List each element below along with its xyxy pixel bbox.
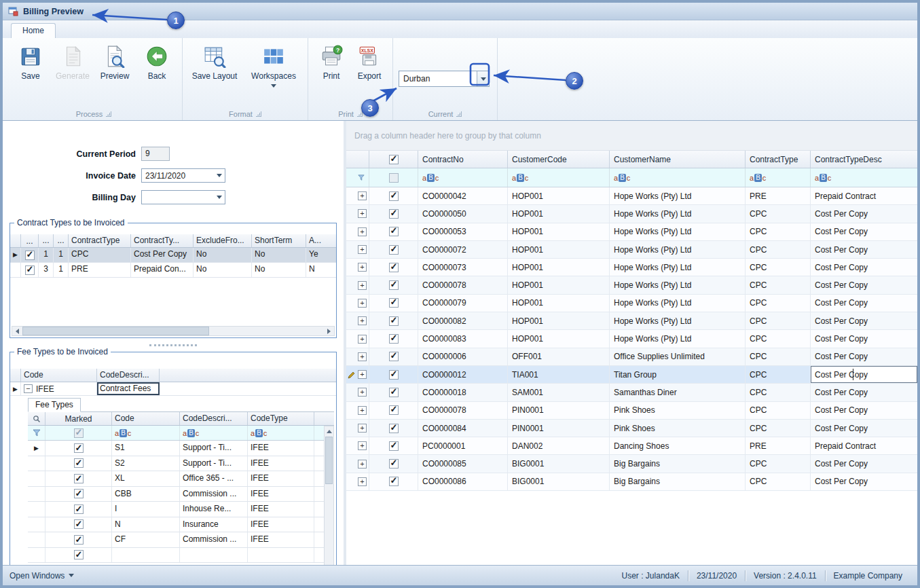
combo-dropdown-button[interactable]	[477, 71, 489, 86]
marked-checkbox[interactable]	[74, 474, 84, 483]
table-row[interactable]: CO0000050 HOP001 Hope Works (Pty) Ltd CP…	[346, 205, 917, 223]
export-button[interactable]: XLSX Export	[352, 42, 387, 81]
preview-button[interactable]: Preview	[95, 42, 134, 81]
abc-filter-icon[interactable]: aBc	[815, 174, 831, 182]
row-checkbox[interactable]	[389, 209, 399, 219]
expand-row-button[interactable]	[358, 335, 367, 344]
table-row[interactable]: CO0000078 HOP001 Hope Works (Pty) Ltd CP…	[346, 276, 917, 294]
row-checkbox[interactable]	[389, 280, 399, 290]
fee-type-row[interactable]: CBB Commission ... IFEE	[28, 487, 334, 502]
save-layout-button[interactable]: Save Layout	[188, 42, 241, 81]
col-header-contracttypedesc[interactable]: ContractTypeDesc	[811, 151, 917, 168]
table-row[interactable]: CO0000085 BIG0001 Big Bargains CPC Cost …	[346, 455, 917, 473]
row-checkbox[interactable]	[389, 477, 399, 486]
row-checkbox[interactable]	[389, 227, 399, 236]
contract-type-row[interactable]: 1 1 CPC Cost Per Copy No No Ye	[10, 248, 336, 263]
table-row[interactable]: CO0000086 BIG0001 Big Bargains CPC Cost …	[346, 473, 917, 491]
fee-type-row[interactable]: S2 Support - Ti... IFEE	[28, 456, 334, 472]
workspaces-button[interactable]: Workspaces	[245, 42, 302, 88]
row-checkbox[interactable]	[389, 334, 399, 344]
col-header[interactable]: ...	[54, 234, 69, 247]
fee-type-row[interactable]: XL Office 365 - ... IFEE	[28, 471, 334, 487]
abc-filter-icon[interactable]: aBc	[422, 174, 439, 182]
table-row[interactable]: CO0000042 HOP001 Hope Works (Pty) Ltd PR…	[346, 187, 917, 205]
dialog-launcher-icon[interactable]	[256, 111, 261, 117]
expand-row-button[interactable]	[358, 424, 367, 433]
expand-row-button[interactable]	[358, 316, 367, 325]
billing-day-dropdown-button[interactable]	[213, 191, 225, 204]
generate-button[interactable]: Generate	[53, 42, 92, 81]
col-header-excludefrom[interactable]: ExcludeFro...	[194, 234, 252, 247]
expand-row-button[interactable]	[358, 263, 367, 272]
table-row[interactable]: PC0000001 DAN002 Dancing Shoes PRE Prepa…	[346, 437, 917, 455]
expand-row-button[interactable]	[358, 388, 367, 397]
checkbox-filter-button[interactable]	[389, 173, 399, 183]
expand-row-button[interactable]	[358, 191, 367, 200]
row-checkbox[interactable]	[389, 316, 399, 326]
row-checkbox[interactable]	[389, 441, 399, 451]
tab-home[interactable]: Home	[11, 23, 56, 38]
billing-day-combo[interactable]	[141, 190, 225, 204]
col-header-contracttype[interactable]: ContractType	[69, 234, 131, 247]
dialog-launcher-icon[interactable]	[106, 111, 111, 117]
marked-checkbox[interactable]	[74, 489, 84, 498]
expand-row-button[interactable]	[358, 245, 367, 254]
abc-filter-icon[interactable]: aBc	[183, 429, 199, 437]
expand-row-button[interactable]	[358, 460, 367, 468]
table-row[interactable]: CO0000083 HOP001 Hope Works (Pty) Ltd CP…	[346, 330, 917, 348]
fee-type-row[interactable]: N Insurance IFEE	[28, 517, 334, 533]
marked-checkbox[interactable]	[74, 458, 84, 468]
col-header-customername[interactable]: CustomerName	[610, 151, 746, 168]
tab-fee-types[interactable]: Fee Types	[28, 398, 81, 412]
abc-filter-icon[interactable]: aBc	[750, 174, 766, 182]
row-checkbox[interactable]	[25, 265, 35, 275]
scroll-right-button[interactable]	[324, 327, 334, 335]
expand-row-button[interactable]	[358, 299, 367, 308]
col-header-customercode[interactable]: CustomerCode	[508, 151, 610, 168]
marked-filter-checkbox[interactable]	[74, 428, 84, 438]
marked-checkbox[interactable]	[74, 550, 84, 559]
fee-type-row[interactable]: I Inhouse Re... IFEE	[28, 502, 334, 517]
expand-row-button[interactable]	[358, 352, 367, 361]
table-row[interactable]: CO0000079 HOP001 Hope Works (Pty) Ltd CP…	[346, 295, 917, 312]
col-header-contractno[interactable]: ContractNo	[418, 151, 508, 168]
table-row[interactable]: CO0000078 PIN0001 Pink Shoes CPC Cost Pe…	[346, 402, 917, 420]
col-header[interactable]: ...	[39, 234, 54, 247]
back-button[interactable]: Back	[137, 42, 177, 81]
col-header[interactable]: A...	[306, 234, 336, 247]
table-row[interactable]: CO0000053 HOP001 Hope Works (Pty) Ltd CP…	[346, 223, 917, 241]
scroll-up-button[interactable]	[325, 426, 333, 437]
invoice-date-combo[interactable]: 23/11/2020	[141, 168, 225, 183]
col-header-codedesc[interactable]: CodeDescri...	[97, 369, 160, 382]
col-header-shortterm[interactable]: ShortTerm	[252, 234, 306, 247]
col-header-codedesc[interactable]: CodeDescri...	[180, 412, 248, 425]
fee-master-row[interactable]: IFEE Contract Fees	[10, 382, 336, 396]
scroll-left-button[interactable]	[12, 327, 22, 335]
row-checkbox[interactable]	[389, 405, 399, 415]
col-header-contracttype[interactable]: ContractType	[746, 151, 811, 168]
table-row[interactable]: CO0000073 HOP001 Hope Works (Pty) Ltd CP…	[346, 259, 917, 276]
expand-row-button[interactable]	[358, 281, 367, 290]
expand-row-button[interactable]	[358, 441, 367, 450]
marked-checkbox[interactable]	[74, 519, 84, 529]
row-checkbox[interactable]	[389, 459, 399, 468]
table-row[interactable]: CO0000072 HOP001 Hope Works (Pty) Ltd CP…	[346, 241, 917, 259]
dialog-launcher-icon[interactable]	[456, 111, 462, 117]
vertical-scrollbar[interactable]	[324, 426, 334, 565]
col-header-code[interactable]: Code	[21, 369, 97, 382]
col-header-marked[interactable]: Marked	[45, 412, 112, 425]
col-header-code[interactable]: Code	[112, 412, 180, 425]
row-checkbox[interactable]	[389, 424, 399, 433]
fee-type-row[interactable]: CF Commission ... IFEE	[28, 532, 334, 548]
col-header-contracttypedesc[interactable]: ContractTy...	[131, 234, 194, 247]
marked-checkbox[interactable]	[74, 504, 84, 514]
clipped-row[interactable]	[28, 548, 334, 564]
scrollbar-thumb[interactable]	[22, 327, 209, 335]
contract-type-row[interactable]: 3 1 PRE Prepaid Con... No No N	[10, 263, 336, 278]
expand-row-button[interactable]	[358, 227, 367, 236]
table-row[interactable]: CO0000018 SAM001 Samanthas Diner CPC Cos…	[346, 384, 917, 401]
table-row[interactable]: CO0000084 PIN0001 Pink Shoes CPC Cost Pe…	[346, 420, 917, 437]
table-row[interactable]: CO0000006 OFF001 Office Supplies Unlimit…	[346, 348, 917, 366]
marked-checkbox[interactable]	[74, 443, 84, 453]
col-header-codetype[interactable]: CodeType	[248, 412, 314, 425]
